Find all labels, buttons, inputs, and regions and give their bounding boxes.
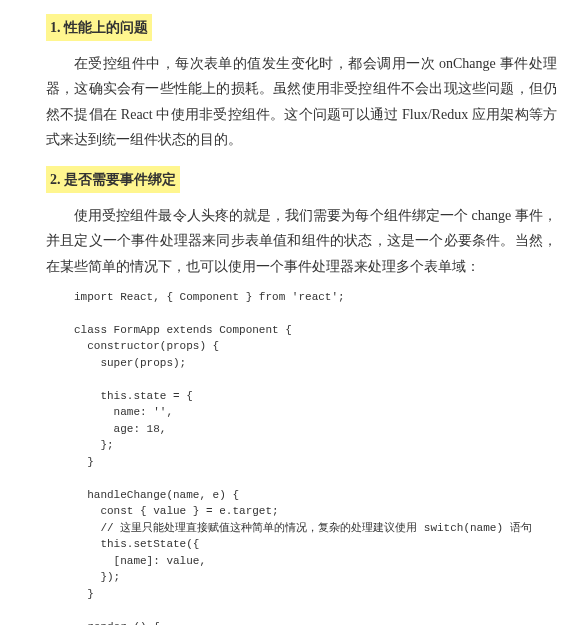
section-heading-1: 1. 性能上的问题 — [46, 14, 152, 41]
section-heading-2: 2. 是否需要事件绑定 — [46, 166, 180, 193]
paragraph-1: 在受控组件中，每次表单的值发生变化时，都会调用一次 onChange 事件处理器… — [46, 51, 557, 152]
document-content: 1. 性能上的问题 在受控组件中，每次表单的值发生变化时，都会调用一次 onCh… — [0, 0, 587, 625]
code-block: import React, { Component } from 'react'… — [74, 289, 557, 625]
paragraph-2: 使用受控组件最令人头疼的就是，我们需要为每个组件绑定一个 change 事件，并… — [46, 203, 557, 279]
